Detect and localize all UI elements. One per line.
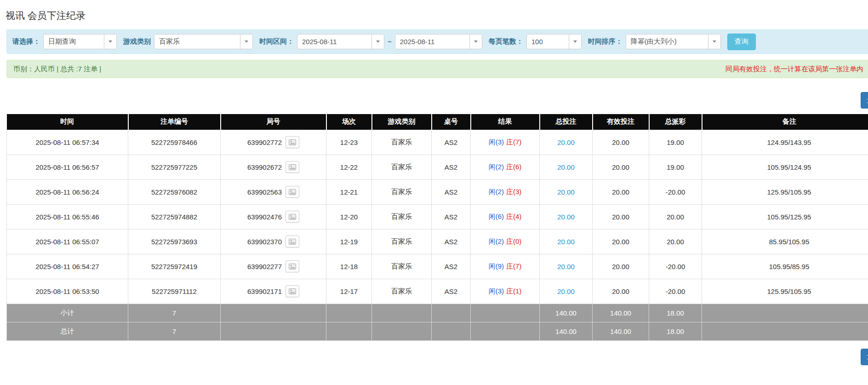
date-from-select[interactable]: 2025-08-11	[297, 34, 384, 49]
game-type-value: 百家乐	[154, 34, 240, 49]
cell-round: 639902476	[221, 204, 326, 229]
cell-game-type: 百家乐	[372, 254, 432, 279]
result-player: 闲(2)	[489, 237, 504, 245]
cell-bet-id: 522725974882	[128, 204, 221, 229]
cell-remark: 125.95/105.95	[702, 279, 868, 304]
replay-icon[interactable]	[286, 161, 299, 173]
total-bet-link[interactable]: 20.00	[557, 287, 575, 295]
page-1-button[interactable]: 1	[861, 349, 868, 365]
cell-table-no: AS2	[432, 279, 471, 304]
cell-payout: 19.00	[649, 155, 702, 179]
table-header-row: 时间注单编号局号场次游戏类别桌号结果总投注有效投注总派彩备注	[7, 114, 868, 130]
table-row: 2025-08-11 06:56:24 522725976082 6399025…	[7, 179, 868, 204]
records-table: 时间注单编号局号场次游戏类别桌号结果总投注有效投注总派彩备注 2025-08-1…	[6, 114, 868, 341]
game-type-group: 游戏类别 百家乐	[123, 34, 253, 49]
page-title: 视讯 会员下注纪录	[0, 0, 868, 29]
total-bet-link[interactable]: 20.00	[557, 238, 575, 246]
chevron-down-icon[interactable]	[569, 34, 581, 49]
table-footer: 小计7140.00140.0018.00总计7140.00140.0018.00	[7, 304, 868, 340]
page: 视讯 会员下注纪录 请选择： 日期查询 游戏类别 百家乐 时间区间： 2025-…	[0, 0, 868, 365]
chevron-down-icon[interactable]	[469, 34, 482, 49]
cell-session: 12-20	[326, 204, 372, 229]
result-banker: 庄(7)	[506, 262, 521, 270]
page-1-button[interactable]: 1	[861, 92, 868, 109]
date-from-value: 2025-08-11	[297, 34, 371, 49]
summary-cell	[326, 304, 372, 322]
column-header: 游戏类别	[372, 114, 432, 130]
round-number: 639902370	[247, 238, 282, 246]
cell-game-type: 百家乐	[372, 229, 432, 254]
cell-result: 闲(2)庄(0)	[471, 229, 540, 254]
cell-table-no: AS2	[432, 179, 471, 204]
pagination-bottom: 1	[6, 349, 868, 365]
cell-bet-id: 522725973693	[128, 229, 221, 254]
cell-valid-bet: 20.00	[593, 155, 649, 179]
summary-cell	[326, 322, 372, 340]
cell-result: 闲(2)庄(6)	[471, 155, 540, 179]
search-button[interactable]: 查询	[727, 34, 756, 50]
summary-cell	[372, 322, 432, 340]
cell-time: 2025-08-11 06:53:50	[7, 279, 128, 304]
summary-cell: 18.00	[649, 304, 702, 322]
cell-session: 12-22	[326, 155, 372, 179]
summary-cell: 140.00	[593, 322, 649, 340]
cell-table-no: AS2	[432, 155, 471, 179]
replay-icon[interactable]	[286, 211, 299, 223]
replay-icon[interactable]	[286, 186, 299, 198]
summary-cell: 140.00	[540, 304, 593, 322]
replay-icon[interactable]	[286, 236, 299, 247]
cell-game-type: 百家乐	[372, 279, 432, 304]
total-bet-link[interactable]: 20.00	[557, 188, 575, 196]
cell-payout: 19.00	[649, 130, 702, 155]
cell-table-no: AS2	[432, 130, 471, 155]
summary-cell	[432, 322, 471, 340]
total-row: 总计7140.00140.0018.00	[7, 322, 868, 340]
cell-round: 639902370	[221, 229, 326, 254]
total-bet-link[interactable]: 20.00	[557, 213, 575, 221]
result-player: 闲(3)	[489, 138, 504, 146]
replay-icon[interactable]	[286, 285, 299, 297]
game-type-select[interactable]: 百家乐	[154, 34, 253, 49]
date-to-select[interactable]: 2025-08-11	[395, 34, 482, 49]
round-number: 639902171	[247, 287, 282, 295]
total-bet-link[interactable]: 20.00	[557, 163, 575, 171]
cell-total-bet: 20.00	[540, 254, 593, 279]
total-bet-link[interactable]: 20.00	[557, 138, 575, 146]
summary-cell: 18.00	[649, 322, 702, 340]
summary-cell: 140.00	[593, 304, 649, 322]
cell-time: 2025-08-11 06:54:27	[7, 254, 128, 279]
cell-payout: -20.00	[649, 179, 702, 204]
column-header: 结果	[471, 114, 540, 130]
cell-round: 639902563	[221, 179, 326, 204]
cell-bet-id: 522725978466	[128, 130, 221, 155]
summary-bar: 币别：人民币 | 总共 :7 注单 | 同局有效投注，统一计算在该局第一张注单内	[6, 60, 868, 78]
column-header: 注单编号	[128, 114, 221, 130]
page-size-select[interactable]: 100	[526, 34, 582, 49]
sort-select[interactable]: 降幂(由大到小)	[626, 34, 721, 49]
chevron-down-icon[interactable]	[104, 34, 116, 49]
summary-cell: 7	[128, 322, 221, 340]
date-to-value: 2025-08-11	[395, 34, 469, 49]
replay-icon[interactable]	[286, 136, 299, 148]
summary-cell	[372, 304, 432, 322]
cell-session: 12-18	[326, 254, 372, 279]
cell-time: 2025-08-11 06:56:57	[7, 155, 128, 179]
chevron-down-icon[interactable]	[240, 34, 252, 49]
query-type-select[interactable]: 日期查询	[43, 34, 117, 49]
replay-icon[interactable]	[286, 260, 299, 272]
pagination-top: 1	[6, 92, 868, 109]
cell-total-bet: 20.00	[540, 279, 593, 304]
query-type-label: 请选择：	[12, 37, 40, 46]
round-number: 639902563	[247, 188, 282, 196]
cell-table-no: AS2	[432, 254, 471, 279]
cell-payout: -20.00	[649, 254, 702, 279]
result-player: 闲(2)	[489, 163, 504, 171]
cell-result: 闲(3)庄(7)	[471, 130, 540, 155]
filter-bar: 请选择： 日期查询 游戏类别 百家乐 时间区间： 2025-08-11 ~ 20…	[6, 29, 868, 54]
round-number: 639902277	[247, 263, 282, 270]
chevron-down-icon[interactable]	[371, 34, 384, 49]
table-row: 2025-08-11 06:56:57 522725977225 6399026…	[7, 155, 868, 179]
chevron-down-icon[interactable]	[708, 34, 720, 49]
cell-session: 12-23	[326, 130, 372, 155]
total-bet-link[interactable]: 20.00	[557, 263, 575, 270]
